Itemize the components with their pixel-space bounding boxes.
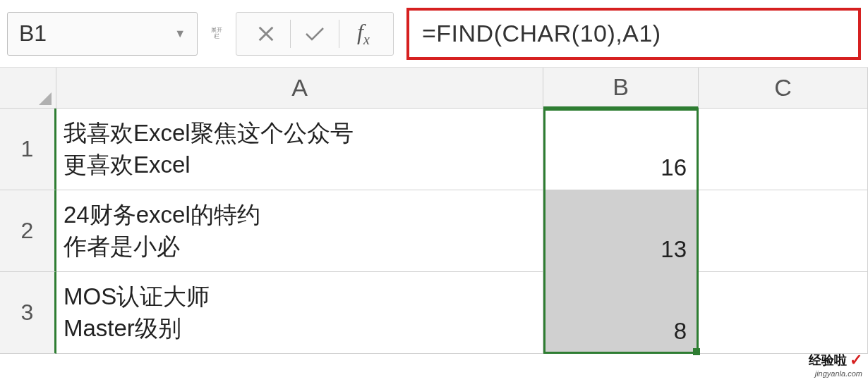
column-headers-row: A B C [0, 68, 868, 109]
cell-b1[interactable]: 16 [543, 109, 699, 190]
column-header-a[interactable]: A [56, 68, 543, 109]
spreadsheet-grid: A B C 1 我喜欢Excel聚焦这个公众号 更喜欢Excel 16 2 24… [0, 68, 868, 354]
cell-a3[interactable]: MOS认证大师 Master级别 [56, 272, 543, 354]
table-row: 2 24财务excel的特约 作者是小必 13 [0, 190, 868, 272]
cell-line: Master级别 [64, 313, 536, 345]
watermark: 经验啦 ✓ jingyanla.com [809, 351, 862, 378]
check-icon [303, 25, 326, 42]
cell-c3[interactable] [699, 272, 868, 354]
corner-triangle-icon [39, 92, 52, 105]
cell-c2[interactable] [699, 190, 868, 272]
cell-value: 16 [661, 152, 687, 184]
formula-controls: fx [236, 12, 394, 56]
cell-b3[interactable]: 8 [543, 272, 699, 354]
select-all-corner[interactable] [0, 68, 56, 109]
cancel-button[interactable] [242, 13, 290, 54]
table-row: 1 我喜欢Excel聚焦这个公众号 更喜欢Excel 16 [0, 109, 868, 190]
formula-bar: B1 ▼ 展开栏 fx =FIND(CHAR(10),A1) [0, 0, 868, 68]
row-header-3[interactable]: 3 [0, 272, 56, 354]
table-row: 3 MOS认证大师 Master级别 8 [0, 272, 868, 354]
column-header-b[interactable]: B [543, 68, 699, 109]
check-icon: ✓ [850, 351, 862, 369]
row-header-2[interactable]: 2 [0, 190, 56, 272]
enter-button[interactable] [291, 13, 339, 54]
watermark-title: 经验啦 [809, 352, 847, 369]
cell-b2[interactable]: 13 [543, 190, 699, 272]
cell-value: 13 [661, 234, 687, 266]
cell-value: 8 [674, 316, 687, 347]
formula-text: =FIND(CHAR(10),A1) [422, 20, 661, 47]
row-header-1[interactable]: 1 [0, 109, 56, 190]
name-box-value: B1 [19, 20, 174, 47]
watermark-url: jingyanla.com [809, 369, 862, 378]
column-header-c[interactable]: C [699, 68, 868, 109]
cell-line: MOS认证大师 [64, 281, 536, 313]
cell-a1[interactable]: 我喜欢Excel聚焦这个公众号 更喜欢Excel [56, 109, 543, 190]
insert-function-button[interactable]: fx [339, 13, 387, 54]
cell-line: 作者是小必 [64, 231, 536, 263]
expand-bar-label: 展开栏 [210, 27, 223, 40]
cell-c1[interactable] [699, 109, 868, 190]
cell-a2[interactable]: 24财务excel的特约 作者是小必 [56, 190, 543, 272]
x-icon [256, 24, 276, 44]
cell-line: 我喜欢Excel聚焦这个公众号 [64, 118, 536, 149]
name-box-dropdown-icon[interactable]: ▼ [174, 27, 186, 40]
cell-line: 更喜欢Excel [64, 149, 536, 181]
fx-icon: fx [357, 19, 370, 48]
cell-line: 24财务excel的特约 [64, 199, 536, 231]
name-box[interactable]: B1 ▼ [7, 12, 198, 56]
formula-input[interactable]: =FIND(CHAR(10),A1) [406, 8, 861, 60]
